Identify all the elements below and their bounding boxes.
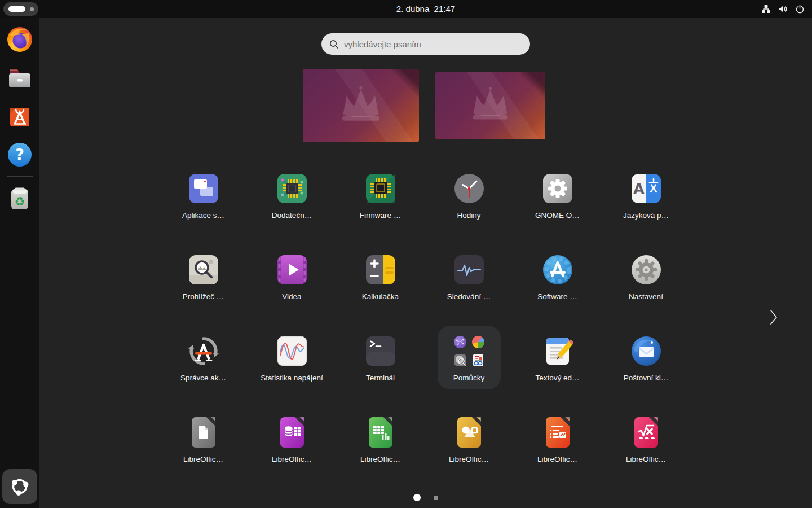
app-thunderbird[interactable]: Poštovní kl… <box>602 335 690 417</box>
startup-applications-icon <box>188 173 219 204</box>
libreoffice-impress-icon <box>542 417 573 448</box>
clocks-icon <box>453 173 485 204</box>
app-videos[interactable]: Videa <box>248 254 336 335</box>
volume-icon <box>778 5 788 14</box>
disk-usage-icon <box>453 353 467 367</box>
app-label: Nastavení <box>629 292 663 301</box>
app-label: Poštovní kl… <box>624 374 669 383</box>
pie-chart-icon <box>471 335 485 349</box>
app-folder-utilities[interactable]: Pomůcky <box>425 335 513 417</box>
app-software-updater[interactable]: Správce ak… <box>159 335 248 417</box>
app-label: Terminál <box>366 374 395 383</box>
files-icon[interactable] <box>6 64 33 91</box>
page-dot-active[interactable] <box>413 494 421 501</box>
app-label: Prohlížeč … <box>183 292 224 301</box>
app-additional-drivers[interactable]: Dodatečn… <box>248 173 336 254</box>
app-label: Sledování … <box>447 292 491 301</box>
workspace-thumbnail-2[interactable] <box>435 72 545 139</box>
libreoffice-calc-icon <box>365 417 396 448</box>
workspace-indicator[interactable] <box>3 2 38 16</box>
app-software[interactable]: Software … <box>513 254 602 335</box>
app-label: LibreOffic… <box>626 455 666 464</box>
dock: ? ♻ <box>0 18 39 508</box>
network-wired-icon <box>761 5 771 14</box>
app-terminal[interactable]: Terminál <box>336 335 425 417</box>
page-dot-inactive[interactable] <box>434 496 438 500</box>
app-label: Pomůcky <box>453 374 485 383</box>
app-label: Správce ak… <box>180 374 226 383</box>
top-bar: 2. dubna 21:47 <box>0 0 812 18</box>
app-libreoffice-math[interactable]: LibreOffic… <box>602 417 690 498</box>
app-libreoffice-calc[interactable]: LibreOffic… <box>336 417 425 498</box>
app-label: LibreOffic… <box>183 455 223 464</box>
app-startup-applications[interactable]: Aplikace s… <box>159 173 248 254</box>
workspace-thumbnail-1[interactable] <box>303 69 419 142</box>
app-label: LibreOffic… <box>537 455 577 464</box>
libreoffice-start-icon <box>188 417 219 448</box>
clock[interactable]: 2. dubna 21:47 <box>396 4 455 14</box>
text-editor-icon <box>542 335 573 367</box>
dock-separator <box>7 176 33 177</box>
search-bar[interactable] <box>321 33 530 55</box>
app-libreoffice-base[interactable]: LibreOffic… <box>248 417 336 498</box>
crown-wallpaper-emblem <box>324 78 398 134</box>
calculator-icon <box>365 254 396 286</box>
app-label: LibreOffic… <box>360 455 400 464</box>
app-label: Videa <box>282 292 301 301</box>
svg-text:♻: ♻ <box>15 195 25 208</box>
app-firmware[interactable]: Firmware … <box>336 173 425 254</box>
app-label: Software … <box>537 292 577 301</box>
app-system-monitor[interactable]: Sledování … <box>425 254 513 335</box>
app-power-statistics[interactable]: Statistika napájení <box>248 335 336 417</box>
show-apps-button[interactable] <box>2 469 37 504</box>
software-icon <box>542 254 573 286</box>
system-status-area[interactable] <box>761 5 805 14</box>
workspace-active-capsule[interactable] <box>8 6 25 12</box>
videos-icon <box>276 254 308 286</box>
libreoffice-math-icon <box>630 417 662 448</box>
gnome-gear-icon <box>542 173 573 204</box>
chevron-right-icon[interactable] <box>767 308 780 326</box>
app-libreoffice-draw[interactable]: LibreOffic… <box>425 417 513 498</box>
app-label: Statistika napájení <box>261 374 323 383</box>
help-icon[interactable]: ? <box>6 141 33 168</box>
utilities-folder-icon <box>453 335 485 367</box>
app-label: GNOME O… <box>535 211 580 220</box>
document-viewer-icon <box>471 353 485 367</box>
app-image-viewer[interactable]: Prohlížeč … <box>159 254 248 335</box>
power-statistics-icon <box>276 335 308 367</box>
workspace-inactive-dot[interactable] <box>30 7 34 11</box>
app-libreoffice-start[interactable]: LibreOffic… <box>159 417 248 498</box>
app-label: Textový ed… <box>535 374 579 383</box>
firefox-icon[interactable] <box>6 26 33 53</box>
ubuntu-software-icon[interactable] <box>6 103 33 130</box>
thunderbird-icon <box>630 335 662 367</box>
app-label: LibreOffic… <box>272 455 312 464</box>
image-viewer-icon <box>188 254 219 286</box>
crown-wallpaper-emblem <box>455 80 526 131</box>
app-calculator[interactable]: Kalkulačka <box>336 254 425 335</box>
svg-text:A: A <box>633 181 645 197</box>
system-monitor-icon <box>453 254 485 286</box>
app-settings[interactable]: Nastavení <box>602 254 690 335</box>
search-input[interactable] <box>344 40 513 49</box>
app-gnome[interactable]: GNOME O… <box>513 173 602 254</box>
app-label: Jazyková p… <box>623 211 669 220</box>
page-indicator <box>39 494 812 501</box>
firmware-icon <box>365 173 396 204</box>
language-support-icon: A <box>630 173 662 204</box>
app-grid: Aplikace s… Dodatečn… <box>159 173 690 498</box>
app-language-support[interactable]: A Jazyková p… <box>602 173 690 254</box>
app-clocks[interactable]: Hodiny <box>425 173 513 254</box>
app-label: Hodiny <box>457 211 480 220</box>
app-text-editor[interactable]: Textový ed… <box>513 335 602 417</box>
trash-icon[interactable]: ♻ <box>6 185 33 212</box>
terminal-icon <box>365 335 396 367</box>
power-icon <box>795 5 805 14</box>
app-label: Kalkulačka <box>362 292 399 301</box>
app-label: Firmware … <box>360 211 401 220</box>
app-label: Aplikace s… <box>182 211 224 220</box>
settings-icon <box>630 254 662 286</box>
ubuntu-logo-icon <box>2 469 37 504</box>
app-libreoffice-impress[interactable]: LibreOffic… <box>513 417 602 498</box>
